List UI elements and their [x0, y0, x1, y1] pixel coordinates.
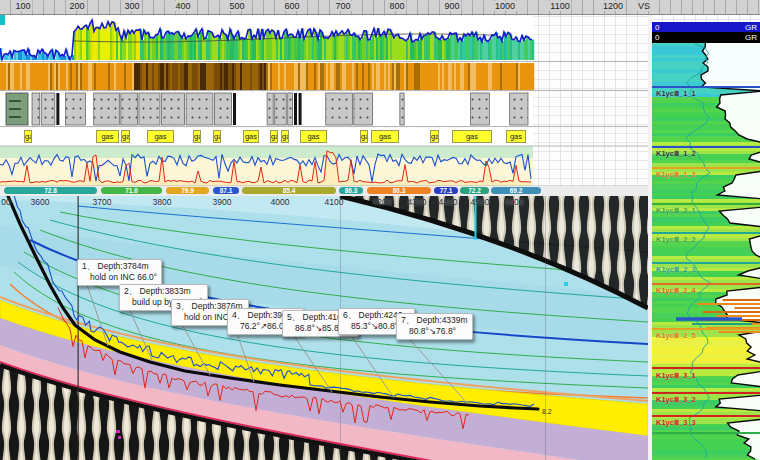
formation-boundary-line — [652, 367, 760, 369]
gas-show-label: gas — [147, 130, 174, 143]
formation-label: K1ycⅢ_3_3 — [656, 418, 696, 427]
gas-show-label: gas — [452, 130, 492, 143]
ruler-tick-label: 400 — [173, 1, 192, 11]
annotation-depth-line: 1、 Depth:3784m — [82, 261, 157, 272]
track-left-tab — [0, 15, 5, 25]
gas-show-label: gas — [193, 130, 201, 143]
gr-curve-name: GR — [745, 23, 757, 32]
formation-boundary-line — [652, 392, 760, 394]
ruler-tick-label: 700 — [333, 1, 352, 11]
formation-label: K1ycⅢ_1_2 — [656, 149, 696, 158]
formation-label: K1ycⅢ_3_2 — [656, 395, 696, 404]
formation-boundary-line — [652, 167, 760, 169]
md-depth-label: 3700 — [93, 197, 112, 207]
ruler-tick-label: 100 — [13, 1, 32, 11]
gr-curve-name: GR — [745, 33, 757, 42]
gas-show-label: gas — [371, 130, 399, 143]
formation-label: K1ycⅢ_2_2 — [656, 235, 696, 244]
gas-show-label: gas — [300, 130, 327, 143]
formation-boundary-line — [652, 415, 760, 417]
md-depth-label: 4300 — [408, 197, 427, 207]
md-depth-label: 4100 — [325, 197, 344, 207]
annotation-depth-line: 2、 Depth:3833m — [124, 286, 203, 297]
ruler-tick-label: 300 — [122, 1, 141, 11]
trajectory-end-label: 8.2 — [542, 408, 552, 415]
ruler-tick-label: 1100 — [548, 1, 571, 11]
md-depth-label: 4500 — [471, 197, 490, 207]
ruler-tick-label: 1200 — [601, 1, 625, 11]
formation-label: K1ycⅢ_2_1 — [656, 206, 696, 215]
gas-show-label: gas — [121, 130, 130, 143]
md-depth-label: 4200 — [373, 197, 392, 207]
md-depth-label: 4000 — [271, 197, 290, 207]
inclination-segment: 69.2 — [491, 187, 541, 194]
formation-label: K1ycⅢ_2_5 — [656, 331, 696, 340]
md-depth-label: 00 — [1, 197, 10, 207]
gas-show-label: gas — [281, 130, 289, 143]
ruler-tick-label: 600 — [282, 1, 301, 11]
inclination-segment: 77.1 — [434, 187, 458, 194]
ruler-tick-label: 200 — [67, 1, 86, 11]
trajectory-annotation[interactable]: 7、 Depth:4339m80.8°↘76.8° — [396, 313, 473, 340]
formation-label: K1ycⅢ_2_3 — [656, 265, 696, 274]
geosteering-app-window: 100200300400500600700800900100011001200V… — [0, 0, 760, 460]
md-depth-label: 3600 — [31, 197, 50, 207]
formation-boundary-line — [652, 283, 760, 285]
ruler-tick-label: 1000 — [493, 1, 517, 11]
formation-boundary-line — [652, 203, 760, 205]
vs-ruler: 100200300400500600700800900100011001200V… — [0, 0, 760, 15]
gas-show-label: gas — [270, 130, 278, 143]
annotation-detail-line: hold on INC 66.0° — [82, 272, 157, 283]
gr-scale-min: 0 — [655, 23, 659, 32]
md-depth-label: 3800 — [153, 197, 172, 207]
formation-label: K1ycⅢ_3_1 — [656, 371, 696, 380]
inclination-segment: 71.0 — [101, 187, 162, 194]
formation-boundary-line — [652, 146, 760, 148]
ruler-tick-label: VS — [636, 1, 652, 11]
ruler-tick-label: 900 — [442, 1, 461, 11]
inclination-segment: 86.3 — [339, 187, 363, 194]
gas-show-label: gas — [430, 130, 439, 143]
inclination-segment: 87.1 — [213, 187, 239, 194]
formation-label: K1ycⅢ_2_4 — [656, 286, 696, 295]
gas-show-label: gas — [24, 130, 32, 143]
ruler-tick-label: 800 — [387, 1, 406, 11]
formation-boundary-line — [652, 86, 760, 88]
formation-label: K1ycⅢ_1_1 — [656, 89, 696, 98]
gr-scale-min: 0 — [655, 33, 659, 42]
formation-boundary-line — [652, 232, 760, 234]
annotation-detail-line: 80.8°↘76.8° — [401, 326, 468, 337]
formation-boundary-line — [652, 262, 760, 264]
gas-show-label: gas — [360, 130, 368, 143]
gr-track-header: 0GR — [652, 22, 760, 32]
md-depth-label: 4400 — [439, 197, 458, 207]
horizontal-log-tracks[interactable] — [0, 14, 648, 196]
ruler-tick-label: 500 — [227, 1, 246, 11]
inclination-segment: 79.9 — [166, 187, 209, 194]
md-depth-label: 3900 — [213, 197, 232, 207]
inclination-segment: 72.8 — [4, 187, 97, 194]
gr-track-header: 0GR — [652, 32, 760, 43]
md-depth-label: 4600 — [505, 197, 524, 207]
trajectory-annotation[interactable]: 1、 Depth:3784mhold on INC 66.0° — [77, 259, 162, 286]
gas-show-label: gas — [213, 130, 221, 143]
annotation-depth-line: 7、 Depth:4339m — [401, 315, 468, 326]
formation-boundary-line — [652, 328, 760, 330]
inclination-segment: 85.4 — [242, 187, 336, 194]
inclination-segment: 80.3 — [367, 187, 431, 194]
gas-show-label: gas — [506, 130, 526, 143]
formation-label: K1ycⅢ_1_3 — [656, 170, 696, 179]
gas-show-label: gas — [96, 130, 119, 143]
inclination-segment: 72.2 — [460, 187, 489, 194]
gas-show-label: gas — [243, 130, 259, 143]
formation-boundary-line — [652, 432, 760, 434]
